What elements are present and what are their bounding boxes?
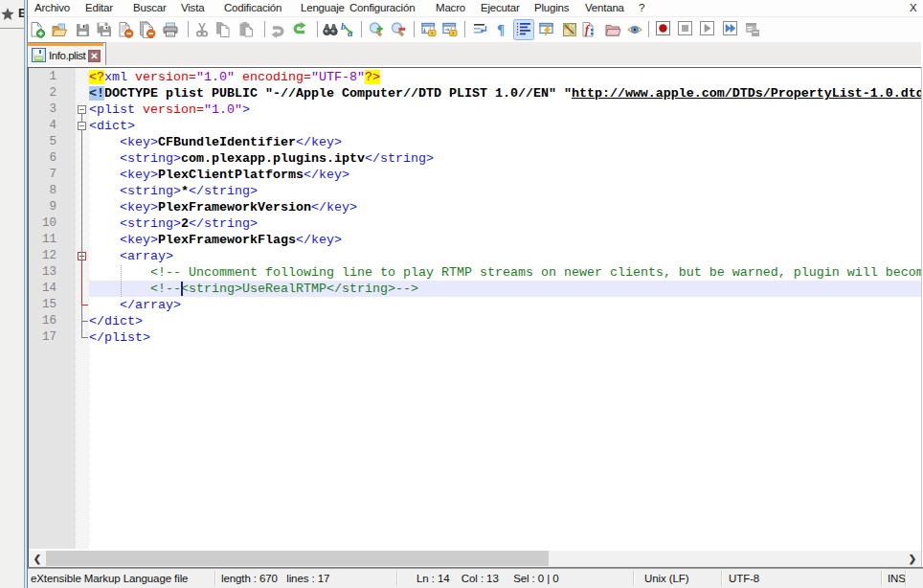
svg-text:¶: ¶ <box>497 22 505 37</box>
svg-text:b: b <box>341 21 346 32</box>
